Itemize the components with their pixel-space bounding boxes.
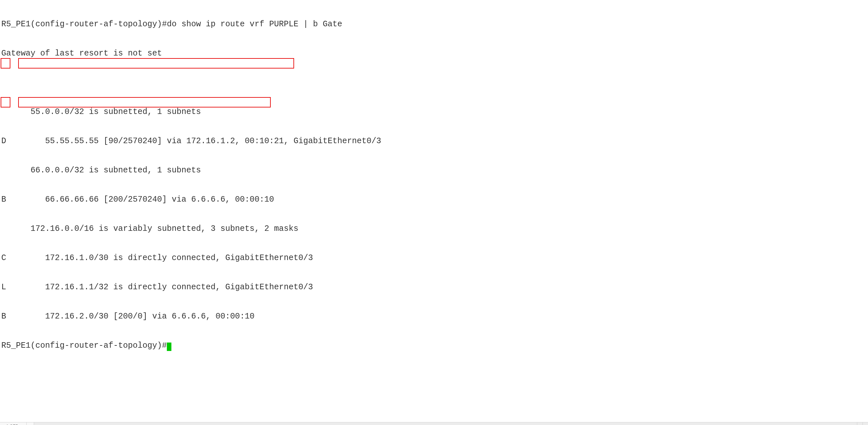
terminal-top[interactable]: R5_PE1(config-router-af-topology)#do sho… — [0, 0, 868, 419]
cmd-line: R5_PE1(config-router-af-topology)#do sho… — [1, 20, 868, 29]
cursor — [167, 342, 172, 351]
scroll-right-icon[interactable]: ► — [863, 422, 868, 425]
route-line: 66.0.0.0/32 is subnetted, 1 subnets — [1, 165, 868, 175]
gateway-line: Gateway of last resort is not set — [1, 49, 868, 58]
route-line: L 172.16.1.1/32 is directly connected, G… — [1, 282, 868, 292]
highlight-box — [1, 58, 10, 68]
tab-bar: 1 CE5 ✕ + ◄ ► — [0, 422, 868, 425]
prompt-line[interactable]: R5_PE1(config-router-af-topology)# — [1, 341, 868, 351]
scroll-left-icon[interactable]: ◄ — [857, 422, 863, 425]
prompt-text: R5_PE1(config-router-af-topology)# — [1, 341, 167, 350]
route-line: B 66.66.66.66 [200/2570240] via 6.6.6.6,… — [1, 195, 868, 205]
tab-label: 1 CE5 — [6, 421, 18, 425]
route-line: 172.16.0.0/16 is variably subnetted, 3 s… — [1, 224, 868, 234]
route-line: B 172.16.2.0/30 [200/0] via 6.6.6.6, 00:… — [1, 312, 868, 322]
tab-scroll-controls: ◄ ► — [857, 422, 868, 425]
new-tab-button[interactable]: + — [27, 422, 34, 425]
close-icon[interactable]: ✕ — [21, 421, 24, 425]
highlight-box — [18, 58, 294, 68]
tab-ce5[interactable]: 1 CE5 ✕ — [0, 422, 27, 425]
route-line: C 172.16.1.0/30 is directly connected, G… — [1, 253, 868, 263]
highlight-box — [18, 97, 271, 108]
route-line: 55.0.0.0/32 is subnetted, 1 subnets — [1, 107, 868, 117]
blank-line — [1, 78, 868, 88]
highlight-box — [1, 97, 10, 108]
route-line: D 55.55.55.55 [90/2570240] via 172.16.1.… — [1, 136, 868, 146]
